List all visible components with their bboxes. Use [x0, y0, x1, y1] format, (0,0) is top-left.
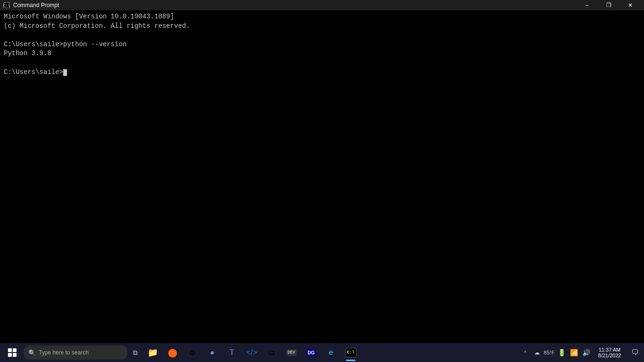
temperature-text: 85°F: [544, 350, 554, 355]
search-bar[interactable]: 🔍 Type here to search: [24, 346, 127, 360]
taskbar-app-filemanager[interactable]: 🗂: [262, 343, 281, 362]
edge-icon: e: [329, 348, 333, 357]
notification-icon: 🗨: [631, 348, 639, 357]
datagrip-icon: DG: [306, 349, 316, 356]
terminal-line1: Microsoft Windows [Version 10.0.19043.18…: [4, 13, 174, 20]
taskbar-app-teams[interactable]: T: [223, 343, 241, 362]
volume-icon: 🔊: [582, 349, 590, 356]
weather-tray-icon[interactable]: ☁: [532, 343, 542, 362]
titlebar: C:\ Command Prompt − ❐ ✕: [0, 0, 644, 10]
cmd-icon: C:\: [345, 348, 356, 357]
terminal-output[interactable]: Microsoft Windows [Version 10.0.19043.18…: [0, 10, 644, 343]
minimize-button[interactable]: −: [576, 0, 598, 10]
weather-icon: ☁: [534, 349, 540, 356]
cursor: [63, 69, 67, 76]
search-icon: 🔍: [28, 349, 36, 356]
titlebar-controls: − ❐ ✕: [576, 0, 641, 10]
close-button[interactable]: ✕: [619, 0, 641, 10]
notification-button[interactable]: 🗨: [628, 343, 642, 362]
cmd-titlebar-icon: C:\: [3, 1, 10, 9]
clock-date: 8/21/2022: [598, 353, 621, 358]
taskbar: 🔍 Type here to search ⧉ 📁 ⬤ ⚙ ● T </> 🗂 …: [0, 343, 644, 362]
taskbar-app-datagrip[interactable]: DG: [302, 343, 321, 362]
task-view-button[interactable]: ⧉: [128, 343, 142, 362]
hidden-icons-button[interactable]: ^: [520, 343, 530, 362]
titlebar-title: Command Prompt: [13, 2, 59, 8]
clock-time: 11:37 AM: [599, 347, 620, 353]
battery-tray-icon[interactable]: 🔋: [556, 343, 567, 362]
titlebar-left: C:\ Command Prompt: [3, 1, 59, 9]
chevron-up-icon: ^: [524, 350, 527, 355]
clock[interactable]: 11:37 AM 8/21/2022: [593, 343, 626, 362]
system-tray: ^ ☁ 85°F 🔋 📶 🔊 11:37 AM 8/21/2022 🗨: [520, 343, 642, 362]
firefox-icon: ⬤: [168, 347, 177, 358]
network-tray-icon[interactable]: 📶: [569, 343, 579, 362]
taskbar-app-vscode[interactable]: </>: [242, 343, 261, 362]
terminal-prompt: C:\Users\saile>: [4, 68, 63, 76]
maximize-button[interactable]: ❐: [598, 0, 619, 10]
volume-tray-icon[interactable]: 🔊: [581, 343, 591, 362]
vscode-icon: </>: [246, 348, 257, 357]
taskbar-app-settings[interactable]: ⚙: [183, 343, 202, 362]
search-text: Type here to search: [39, 349, 89, 356]
terminal-line5: Python 3.9.8: [4, 49, 51, 57]
network-icon: 📶: [570, 349, 578, 356]
devtools-icon: DEV: [286, 349, 297, 356]
start-button[interactable]: [2, 343, 23, 362]
taskbar-app-devtools[interactable]: DEV: [282, 343, 301, 362]
discord-icon: ●: [210, 348, 215, 357]
filemanager-icon: 🗂: [268, 348, 275, 357]
taskview-icon: ⧉: [133, 349, 138, 357]
temperature-display[interactable]: 85°F: [544, 343, 554, 362]
terminal-line2: (c) Microsoft Corporation. All rights re…: [4, 22, 190, 30]
settings-icon: ⚙: [189, 348, 196, 357]
taskbar-app-discord[interactable]: ●: [203, 343, 222, 362]
explorer-icon: 📁: [148, 347, 158, 358]
taskbar-app-edge[interactable]: e: [322, 343, 340, 362]
taskbar-app-cmd[interactable]: C:\: [341, 343, 360, 362]
terminal-line4: C:\Users\saile>python --version: [4, 41, 126, 48]
taskbar-app-explorer[interactable]: 📁: [143, 343, 162, 362]
windows-icon: [8, 348, 17, 357]
taskbar-app-firefox[interactable]: ⬤: [163, 343, 182, 362]
battery-icon: 🔋: [558, 349, 566, 356]
teams-icon: T: [230, 348, 234, 357]
